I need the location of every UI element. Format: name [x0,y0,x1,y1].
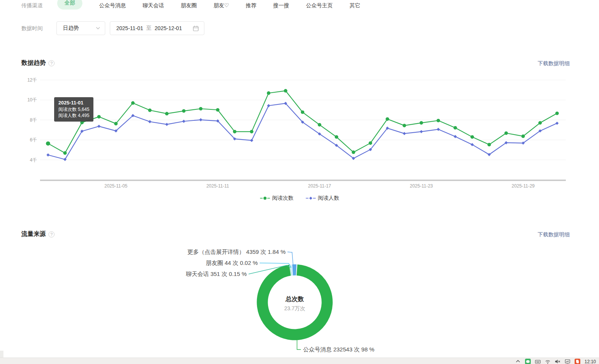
channel-tab-3[interactable]: 朋友圈 [181,0,197,9]
system-tray: 12:10 [515,359,596,364]
source-help-icon[interactable]: ? [48,231,55,237]
svg-text:10千: 10千 [27,97,37,103]
network-icon[interactable] [545,359,551,364]
svg-text:更多（点击展开详情） 4359 次 1.84 %: 更多（点击展开详情） 4359 次 1.84 % [187,249,286,255]
legend-marker-icon [306,196,316,200]
svg-text:2025-11-17: 2025-11-17 [308,183,331,189]
legend-label: 阅读人数 [318,195,339,202]
keyboard-input-icon[interactable] [535,359,541,364]
channel-tab-5[interactable]: 推荐 [246,0,257,9]
channel-tabs: 全部公众号消息聊天会话朋友圈朋友♡推荐搜一搜公众号主页其它 [57,0,360,10]
chevron-down-icon [96,27,100,30]
channel-tab-8[interactable]: 其它 [350,0,360,9]
svg-text:2025-11-29: 2025-11-29 [512,183,535,189]
svg-text:公众号消息 232543 次 98 %: 公众号消息 232543 次 98 % [303,346,374,353]
date-range-picker[interactable]: 2025-11-01 至 2025-12-01 [110,21,204,35]
analytics-page: 传播渠道 全部公众号消息聊天会话朋友圈朋友♡推荐搜一搜公众号主页其它 数据时间 … [0,0,599,364]
channel-tab-7[interactable]: 公众号主页 [306,0,333,9]
time-filter-label: 数据时间 [21,25,43,32]
channel-tab-6[interactable]: 搜一搜 [273,0,289,9]
svg-text:2025-11-05: 2025-11-05 [104,183,128,189]
granularity-select[interactable]: 日趋势 [56,21,105,35]
svg-text:2025-11-23: 2025-11-23 [410,183,433,189]
source-title-text: 流量来源 [21,230,46,238]
trend-download-link[interactable]: 下载数据明细 [538,60,570,67]
tray-clock[interactable]: 12:10 [585,359,596,364]
tray-expand-caret-icon[interactable] [515,359,521,364]
svg-text:朋友圈 44 次 0.02 %: 朋友圈 44 次 0.02 % [206,260,258,266]
windows-taskbar: 12:10 [0,358,599,364]
svg-text:聊天会话 351 次 0.15 %: 聊天会话 351 次 0.15 % [186,271,247,277]
channel-tab-2[interactable]: 聊天会话 [143,0,164,9]
legend-marker-icon [260,196,270,200]
svg-text:6千: 6千 [30,137,37,143]
trend-legend: 阅读次数阅读人数 [0,195,599,202]
browser-tray-icon[interactable] [575,359,580,364]
granularity-value: 日趋势 [63,25,79,32]
donut-center-label: 总次数 23.7万次 [264,295,325,312]
wechat-tray-icon[interactable] [525,359,531,364]
date-start: 2025-11-01 [116,25,143,31]
svg-text:4千: 4千 [30,157,37,163]
channel-tab-0[interactable]: 全部 [57,0,82,10]
page-corner-decoration [0,351,3,358]
trend-section-title: 数据趋势 ? [21,59,55,67]
legend-label: 阅读次数 [272,195,294,202]
volume-muted-icon[interactable] [555,359,560,364]
svg-text:2025-11-11: 2025-11-11 [206,183,229,189]
svg-text:12千: 12千 [27,77,37,83]
trend-title-text: 数据趋势 [21,59,46,67]
source-section-title: 流量来源 ? [21,230,55,238]
date-joiner: 至 [146,25,152,32]
calendar-icon [193,26,199,31]
monitor-stats-icon[interactable] [565,359,570,364]
date-end: 2025-12-01 [155,25,182,31]
trend-help-icon[interactable]: ? [48,60,55,66]
legend-item-1[interactable]: 阅读人数 [306,195,339,202]
channel-tab-4[interactable]: 朋友♡ [214,0,229,9]
donut-center-title: 总次数 [264,295,325,303]
channel-filter-label: 传播渠道 [21,2,43,9]
channel-tab-1[interactable]: 公众号消息 [99,0,126,9]
source-download-link[interactable]: 下载数据明细 [538,231,570,238]
trend-line-chart: 4千6千8千10千12千2025-11-052025-11-112025-11-… [0,74,599,202]
donut-center-value: 23.7万次 [264,305,325,312]
legend-item-0[interactable]: 阅读次数 [260,195,294,202]
svg-text:8千: 8千 [30,117,37,123]
